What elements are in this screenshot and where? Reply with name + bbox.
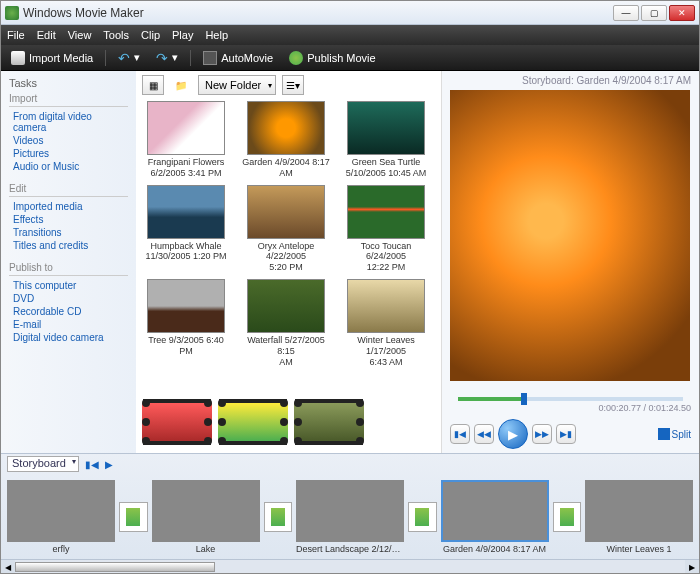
storyboard-header: Storyboard ▮◀ ▶	[1, 454, 699, 474]
link-email[interactable]: E-mail	[9, 318, 128, 331]
transition-slot[interactable]	[119, 502, 148, 532]
automovie-button[interactable]: AutoMovie	[199, 49, 277, 67]
clip-image	[585, 480, 693, 542]
thumbnail-caption: Waterfall 5/27/2005 8:15AM	[242, 335, 330, 367]
clip-thumbnail[interactable]: Garden 4/9/2004 8:17AM	[242, 101, 330, 179]
link-titles-credits[interactable]: Titles and credits	[9, 239, 128, 252]
clip-thumbnail[interactable]: Oryx Antelope 4/22/20055:20 PM	[242, 185, 330, 273]
transition-slot[interactable]	[408, 502, 437, 532]
transition-icon	[415, 508, 429, 526]
link-transitions[interactable]: Transitions	[9, 226, 128, 239]
publish-label: Publish Movie	[307, 52, 375, 64]
transition-icon	[560, 508, 574, 526]
maximize-button[interactable]: ▢	[641, 5, 667, 21]
storyboard-clip[interactable]: Winter Leaves 1	[585, 480, 693, 554]
playback-controls: ▮◀ ◀◀ ▶ ▶▶ ▶▮ Split	[450, 419, 691, 449]
menu-file[interactable]: File	[7, 29, 25, 41]
scroll-thumb[interactable]	[15, 562, 215, 572]
split-label: Split	[672, 429, 691, 440]
thumbnail-view-button[interactable]: ▦	[142, 75, 164, 95]
sb-rewind-button[interactable]: ▮◀	[85, 459, 99, 470]
arrange-dropdown[interactable]: ☰▾	[282, 75, 304, 95]
seek-bar[interactable]	[458, 397, 683, 401]
clip-thumbnail[interactable]: Frangipani Flowers6/2/2005 3:41 PM	[142, 101, 230, 179]
prev-frame-button[interactable]: ▮◀	[450, 424, 470, 444]
details-view-button[interactable]: 📁	[170, 75, 192, 95]
link-pictures[interactable]: Pictures	[9, 147, 128, 160]
link-videos[interactable]: Videos	[9, 134, 128, 147]
transition-slot[interactable]	[264, 502, 293, 532]
split-button[interactable]: Split	[658, 428, 691, 440]
forward-button[interactable]: ▶▶	[532, 424, 552, 444]
content-toolbar: ▦ 📁 New Folder ☰▾	[142, 75, 435, 95]
thumbnail-caption: Frangipani Flowers6/2/2005 3:41 PM	[142, 157, 230, 179]
storyboard-panel: Storyboard ▮◀ ▶ erflyLakeDesert Landscap…	[1, 453, 699, 573]
collection-pane: ▦ 📁 New Folder ☰▾ Frangipani Flowers6/2/…	[136, 71, 441, 453]
sb-play-button[interactable]: ▶	[105, 459, 113, 470]
undo-button[interactable]: ↶▾	[114, 48, 144, 68]
storyboard-scrollbar[interactable]: ◀ ▶	[1, 559, 699, 573]
clip-thumbnail[interactable]: Waterfall 5/27/2005 8:15AM	[242, 279, 330, 367]
window-title: Windows Movie Maker	[23, 6, 613, 20]
thumbnail-caption: Garden 4/9/2004 8:17AM	[242, 157, 330, 179]
menu-help[interactable]: Help	[205, 29, 228, 41]
link-imported-media[interactable]: Imported media	[9, 200, 128, 213]
link-this-computer[interactable]: This computer	[9, 279, 128, 292]
time-label: 0:00:20.77 / 0:01:24.50	[450, 403, 691, 413]
import-media-button[interactable]: Import Media	[7, 49, 97, 67]
storyboard-clip[interactable]: Desert Landscape 2/12/20...	[296, 480, 404, 554]
filmstrip-frame[interactable]	[294, 399, 364, 445]
group-label: Edit	[9, 183, 128, 197]
clip-thumbnail[interactable]: Toco Toucan 6/24/200512:22 PM	[342, 185, 430, 273]
link-dv-camera[interactable]: Digital video camera	[9, 331, 128, 344]
play-button[interactable]: ▶	[498, 419, 528, 449]
clip-thumbnail[interactable]: Winter Leaves 1/17/20056:43 AM	[342, 279, 430, 367]
storyboard-clip[interactable]: Garden 4/9/2004 8:17 AM	[441, 480, 549, 554]
next-frame-button[interactable]: ▶▮	[556, 424, 576, 444]
scroll-left-button[interactable]: ◀	[1, 560, 15, 574]
filmstrip-frame[interactable]	[218, 399, 288, 445]
sidebar-group-edit: Edit Imported media Effects Transitions …	[9, 183, 128, 252]
clip-label: erfly	[7, 544, 115, 554]
clip-label: Desert Landscape 2/12/20...	[296, 544, 404, 554]
preview-pane: Storyboard: Garden 4/9/2004 8:17 AM 0:00…	[441, 71, 699, 453]
menu-tools[interactable]: Tools	[103, 29, 129, 41]
thumbnail-caption: Green Sea Turtle5/10/2005 10:45 AM	[342, 157, 430, 179]
transition-icon	[126, 508, 140, 526]
rewind-button[interactable]: ◀◀	[474, 424, 494, 444]
storyboard-clip[interactable]: erfly	[7, 480, 115, 554]
thumbnail-image	[247, 279, 325, 333]
clip-thumbnail[interactable]: Green Sea Turtle5/10/2005 10:45 AM	[342, 101, 430, 179]
link-effects[interactable]: Effects	[9, 213, 128, 226]
clip-thumbnail[interactable]: Tree 9/3/2005 6:40 PM	[142, 279, 230, 367]
menu-edit[interactable]: Edit	[37, 29, 56, 41]
filmstrip-frame[interactable]	[142, 399, 212, 445]
link-recordable-cd[interactable]: Recordable CD	[9, 305, 128, 318]
menu-view[interactable]: View	[68, 29, 92, 41]
split-icon	[658, 428, 670, 440]
transition-slot[interactable]	[553, 502, 582, 532]
clip-image	[152, 480, 260, 542]
scroll-right-button[interactable]: ▶	[685, 560, 699, 574]
thumbnail-image	[347, 101, 425, 155]
sidebar-group-publish: Publish to This computer DVD Recordable …	[9, 262, 128, 344]
sidebar-group-import: Import From digital video camera Videos …	[9, 93, 128, 173]
minimize-button[interactable]: —	[613, 5, 639, 21]
menu-clip[interactable]: Clip	[141, 29, 160, 41]
redo-button[interactable]: ↷▾	[152, 48, 182, 68]
new-folder-dropdown[interactable]: New Folder	[198, 75, 276, 95]
seek-progress	[458, 397, 521, 401]
seek-knob[interactable]	[521, 393, 527, 405]
link-audio[interactable]: Audio or Music	[9, 160, 128, 173]
link-dvd[interactable]: DVD	[9, 292, 128, 305]
menu-play[interactable]: Play	[172, 29, 193, 41]
publish-movie-button[interactable]: Publish Movie	[285, 49, 379, 67]
import-label: Import Media	[29, 52, 93, 64]
storyboard-clip[interactable]: Lake	[152, 480, 260, 554]
link-from-camera[interactable]: From digital video camera	[9, 110, 128, 134]
storyboard-dropdown[interactable]: Storyboard	[7, 456, 79, 472]
group-label: Import	[9, 93, 128, 107]
close-button[interactable]: ✕	[669, 5, 695, 21]
toolbar: Import Media ↶▾ ↷▾ AutoMovie Publish Mov…	[1, 45, 699, 71]
clip-thumbnail[interactable]: Humpback Whale11/30/2005 1:20 PM	[142, 185, 230, 273]
